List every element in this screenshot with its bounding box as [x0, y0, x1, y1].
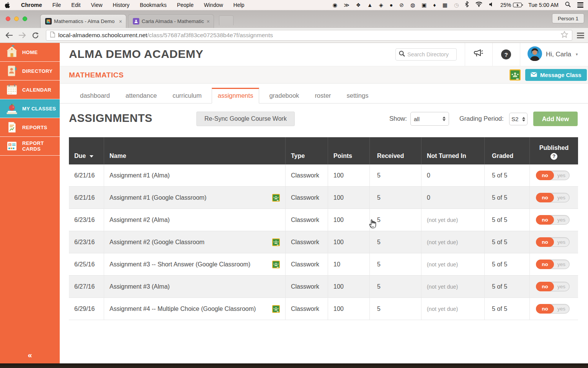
flame-icon[interactable]: ♦: [433, 2, 436, 8]
slash-circle-icon[interactable]: ⊘: [399, 2, 404, 8]
tab-gradebook[interactable]: gradebook: [263, 88, 305, 103]
drive-icon[interactable]: ▲: [367, 2, 372, 8]
toggle-yes-label[interactable]: yes: [554, 238, 569, 246]
sidebar-item-report-cards[interactable]: REPORT CARDS: [0, 137, 60, 156]
notification-center-icon[interactable]: [577, 2, 583, 8]
toggle-no-label[interactable]: no: [536, 237, 554, 247]
toggle-yes-label[interactable]: yes: [554, 171, 569, 180]
screen-record-icon[interactable]: ◉: [333, 2, 337, 8]
time-machine-icon[interactable]: ◷: [454, 2, 459, 8]
tab-roster[interactable]: roster: [309, 88, 336, 103]
published-help-icon[interactable]: ?: [550, 153, 557, 160]
tab-curriculum[interactable]: curriculum: [167, 88, 207, 103]
tab-assignments[interactable]: assignments: [212, 88, 260, 104]
toggle-no-label[interactable]: no: [536, 193, 554, 202]
menu-item[interactable]: View: [91, 2, 102, 8]
sidebar-item-home[interactable]: HOME: [0, 43, 60, 62]
published-toggle[interactable]: noyes: [536, 237, 570, 247]
menu-item[interactable]: Help: [234, 2, 245, 8]
bluetooth-icon[interactable]: [465, 1, 469, 9]
resync-google-button[interactable]: Re-Sync Google Course Work: [196, 112, 295, 126]
add-new-button[interactable]: Add New: [533, 112, 578, 126]
published-toggle[interactable]: noyes: [536, 260, 570, 269]
announcements-button[interactable]: [465, 43, 492, 66]
apple-menu-icon[interactable]: [5, 2, 10, 8]
browser-profile-button[interactable]: Person 1: [552, 13, 584, 23]
chevrons-icon[interactable]: ≫: [344, 2, 350, 8]
directory-search[interactable]: [395, 48, 457, 61]
menu-item[interactable]: Bookmarks: [140, 2, 167, 8]
close-window-button[interactable]: [6, 16, 10, 21]
minimize-window-button[interactable]: [14, 16, 19, 21]
address-bar[interactable]: local-almademo.schoolcurrent.net/class/5…: [46, 30, 572, 41]
menu-item[interactable]: File: [52, 2, 61, 8]
assignment-name-link[interactable]: Assignment #1 (Alma): [109, 171, 170, 180]
forward-button[interactable]: [17, 30, 28, 41]
published-toggle[interactable]: noyes: [536, 193, 570, 202]
bookmark-star-icon[interactable]: [561, 31, 568, 39]
sidebar-item-reports[interactable]: REPORTS: [0, 118, 60, 137]
column-header-due[interactable]: Due: [69, 137, 104, 164]
browser-tab-carla[interactable]: Carla Almada - Mathematic ×: [128, 14, 214, 28]
column-header-not-turned-in[interactable]: Not Turned In: [421, 137, 485, 164]
toggle-no-label[interactable]: no: [536, 282, 554, 291]
column-header-graded[interactable]: Graded: [485, 137, 530, 164]
assignment-name-link[interactable]: Assignment #2 (Google Classroom: [109, 238, 204, 246]
published-toggle[interactable]: noyes: [536, 171, 570, 180]
menu-item[interactable]: Edit: [71, 2, 80, 8]
diamond-icon[interactable]: ◈: [379, 2, 383, 8]
column-header-points[interactable]: Points: [328, 137, 370, 164]
column-header-type[interactable]: Type: [286, 137, 328, 164]
sidebar-collapse-button[interactable]: «: [0, 351, 60, 360]
spotlight-icon[interactable]: [565, 2, 571, 9]
toggle-yes-label[interactable]: yes: [554, 282, 569, 291]
assignment-name-link[interactable]: Assignment #4 -- Multiple Choice (Google…: [109, 305, 256, 313]
toggle-yes-label[interactable]: yes: [554, 193, 569, 202]
toggle-yes-label[interactable]: yes: [554, 304, 569, 313]
help-button[interactable]: ?: [492, 43, 520, 66]
menu-item[interactable]: People: [177, 2, 194, 8]
close-tab-icon[interactable]: ×: [207, 18, 210, 25]
menu-item[interactable]: Window: [204, 2, 223, 8]
menu-item[interactable]: History: [113, 2, 130, 8]
tab-attendance[interactable]: attendance: [120, 88, 163, 103]
assignment-name-link[interactable]: Assignment #3 (Alma): [109, 283, 170, 291]
elephant-app-icon[interactable]: ▣: [421, 2, 426, 8]
assignment-name-link[interactable]: Assignment #2 (Alma): [109, 216, 170, 224]
battery-indicator[interactable]: 25%: [500, 2, 522, 8]
close-tab-icon[interactable]: ×: [119, 18, 122, 25]
wifi-icon[interactable]: [475, 2, 482, 8]
published-toggle[interactable]: noyes: [536, 304, 570, 314]
published-toggle[interactable]: noyes: [536, 215, 570, 225]
dropbox-icon[interactable]: ❖: [356, 2, 361, 8]
toggle-no-label[interactable]: no: [536, 171, 554, 180]
search-input[interactable]: [407, 51, 452, 58]
toggle-yes-label[interactable]: yes: [554, 260, 569, 269]
sidebar-item-directory[interactable]: DIRECTORY: [0, 62, 60, 80]
new-tab-button[interactable]: [219, 15, 234, 25]
sidebar-item-calendar[interactable]: CALENDAR: [0, 80, 60, 99]
published-toggle[interactable]: noyes: [536, 282, 570, 291]
menubar-clock[interactable]: Tue 5:00 AM: [528, 2, 559, 8]
toggle-yes-label[interactable]: yes: [554, 215, 569, 224]
user-menu[interactable]: Hi, Carla ▼: [528, 43, 578, 66]
globe-icon[interactable]: ◍: [410, 2, 415, 8]
sidebar-item-my-classes[interactable]: MY CLASSES: [0, 99, 60, 118]
reload-button[interactable]: [30, 30, 41, 41]
grading-period-select[interactable]: S2: [509, 113, 528, 125]
assignment-name-link[interactable]: Assignment #1 (Google Classroom): [109, 194, 206, 202]
column-header-published[interactable]: Published?: [530, 137, 578, 164]
tab-dashboard[interactable]: dashboard: [74, 88, 116, 103]
assignment-name-link[interactable]: Assignment #3 -- Short Answer (Google Cl…: [109, 260, 250, 269]
tab-settings[interactable]: settings: [341, 88, 374, 103]
menu-item[interactable]: Chrome: [21, 2, 42, 8]
browser-tab-mathematics[interactable]: Mathematics - Alma Demo ×: [40, 14, 126, 28]
back-button[interactable]: [4, 30, 15, 41]
show-select[interactable]: all: [410, 112, 449, 126]
browser-menu-icon[interactable]: [577, 33, 584, 38]
bell-icon[interactable]: ●: [390, 2, 393, 8]
google-classroom-button[interactable]: [510, 69, 521, 80]
toggle-no-label[interactable]: no: [536, 304, 554, 314]
volume-icon[interactable]: [489, 2, 494, 8]
keyboard-icon[interactable]: ▦: [443, 2, 448, 8]
